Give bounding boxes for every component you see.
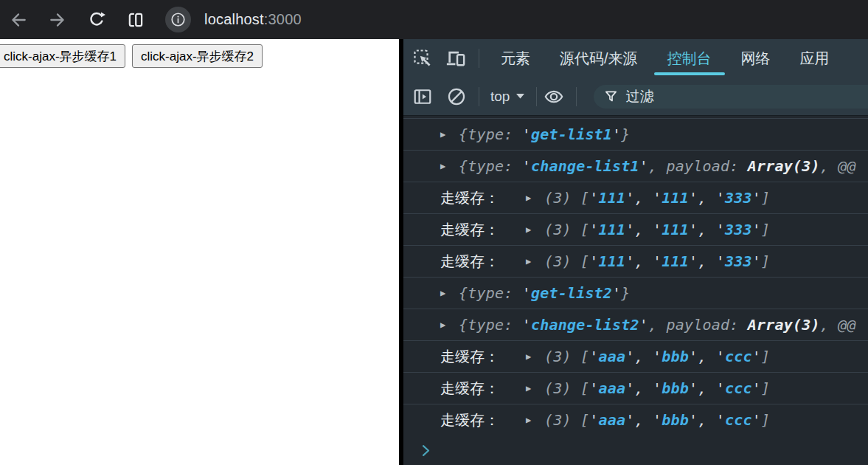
url-host: localhost	[204, 11, 264, 27]
devtools-tabs: 元素源代码/来源控制台网络应用	[486, 39, 844, 78]
log-label: 走缓存：	[440, 347, 499, 367]
address-bar[interactable]: localhost:3000	[204, 11, 302, 28]
filter-input[interactable]	[625, 89, 868, 105]
tab-application[interactable]: 应用	[785, 39, 844, 78]
filter-funnel-icon	[604, 89, 618, 103]
console-log-row: 走缓存：▶(3) ['aaa', 'bbb', 'ccc']	[403, 341, 868, 373]
console-log-row: 走缓存：▶(3) ['aaa', 'bbb', 'ccc']	[403, 373, 868, 404]
devtools-tab-bar: 元素源代码/来源控制台网络应用	[403, 39, 868, 78]
console-sidebar-toggle[interactable]	[412, 86, 433, 107]
console-log-row: ▶{type: 'change-list1', payload: Array(3…	[403, 151, 868, 182]
expand-arrow-icon[interactable]: ▶	[526, 415, 538, 425]
filter-box[interactable]	[594, 85, 868, 108]
log-label: 走缓存：	[440, 252, 499, 272]
console-log-row: 走缓存：▶(3) ['aaa', 'bbb', 'ccc']	[403, 404, 868, 435]
object-preview: (3) ['111', '111', '333']	[544, 189, 770, 207]
clear-console-button[interactable]	[446, 86, 467, 107]
button-row: click-ajax-异步缓存1click-ajax-异步缓存2	[0, 44, 399, 68]
object-preview: {type: 'get-list1'}	[459, 125, 631, 143]
object-preview: (3) ['aaa', 'bbb', 'ccc']	[544, 411, 770, 429]
object-preview: {type: 'change-list2', payload: Array(3)…	[459, 316, 856, 334]
toolbar-divider	[479, 49, 479, 68]
console-log-row: 走缓存：▶(3) ['111', '111', '333']	[403, 182, 868, 214]
expand-arrow-icon[interactable]: ▶	[526, 351, 538, 362]
forward-button[interactable]	[48, 10, 67, 30]
tab-sources[interactable]: 源代码/来源	[545, 39, 653, 78]
reload-button[interactable]	[87, 10, 106, 30]
expand-arrow-icon[interactable]: ▶	[526, 224, 538, 235]
chevron-down-icon	[516, 94, 524, 99]
tab-elements[interactable]: 元素	[486, 39, 545, 78]
object-preview: (3) ['aaa', 'bbb', 'ccc']	[544, 348, 770, 365]
toolbar-divider	[536, 87, 537, 106]
site-info-button[interactable]	[165, 7, 191, 32]
console-log-row: 走缓存：▶(3) ['111', '111', '333']	[403, 246, 868, 278]
console-log-row: ▶{type: 'get-list1'}	[403, 119, 868, 151]
console-log-row: 走缓存：▶(3) ['111', '111', '333']	[403, 214, 868, 246]
object-preview: (3) ['111', '111', '333']	[544, 221, 770, 238]
context-selector-dropdown[interactable]: top	[490, 89, 524, 105]
object-preview: {type: 'change-list1', payload: Array(3)…	[459, 157, 856, 175]
browser-toolbar: localhost:3000	[0, 0, 868, 39]
log-label: 走缓存：	[440, 188, 499, 208]
prompt-chevron-icon	[422, 444, 433, 457]
toolbar-divider	[479, 87, 479, 106]
log-label: 走缓存：	[440, 379, 499, 399]
log-label: 走缓存：	[440, 220, 499, 240]
console-messages: ▶{type: 'get-list1'}▶{type: 'change-list…	[403, 118, 868, 435]
expand-arrow-icon[interactable]: ▶	[440, 161, 452, 171]
context-selector-value: top	[490, 89, 510, 105]
devtools-panel: 元素源代码/来源控制台网络应用 top ▶{type	[399, 39, 868, 465]
object-preview: (3) ['111', '111', '333']	[544, 252, 770, 270]
console-prompt[interactable]	[403, 435, 868, 465]
split-view-icon[interactable]	[126, 10, 145, 30]
inspect-element-button[interactable]	[412, 48, 433, 69]
expand-arrow-icon[interactable]: ▶	[440, 288, 452, 298]
expand-arrow-icon[interactable]: ▶	[526, 193, 538, 203]
object-preview: {type: 'get-list2'}	[459, 284, 631, 302]
toolbar-divider	[576, 87, 577, 106]
expand-arrow-icon[interactable]: ▶	[526, 383, 538, 393]
console-toolbar: top	[403, 78, 868, 116]
url-port: :3000	[264, 11, 302, 27]
back-button[interactable]	[9, 10, 28, 30]
device-toolbar-button[interactable]	[446, 48, 467, 69]
console-log-row: ▶{type: 'change-list2', payload: Array(3…	[403, 309, 868, 341]
live-expression-eye-button[interactable]	[544, 86, 564, 107]
click-ajax-button-1[interactable]: click-ajax-异步缓存1	[0, 44, 125, 68]
click-ajax-button-2[interactable]: click-ajax-异步缓存2	[132, 44, 263, 68]
page-content: click-ajax-异步缓存1click-ajax-异步缓存2	[0, 39, 399, 465]
object-preview: (3) ['aaa', 'bbb', 'ccc']	[544, 379, 770, 397]
info-icon	[170, 11, 187, 28]
console-log-row: ▶{type: 'get-list2'}	[403, 278, 868, 309]
expand-arrow-icon[interactable]: ▶	[440, 129, 452, 140]
expand-arrow-icon[interactable]: ▶	[526, 256, 538, 266]
expand-arrow-icon[interactable]: ▶	[440, 320, 452, 330]
log-label: 走缓存：	[440, 410, 499, 430]
tab-console[interactable]: 控制台	[653, 39, 726, 78]
tab-network[interactable]: 网络	[726, 39, 785, 78]
